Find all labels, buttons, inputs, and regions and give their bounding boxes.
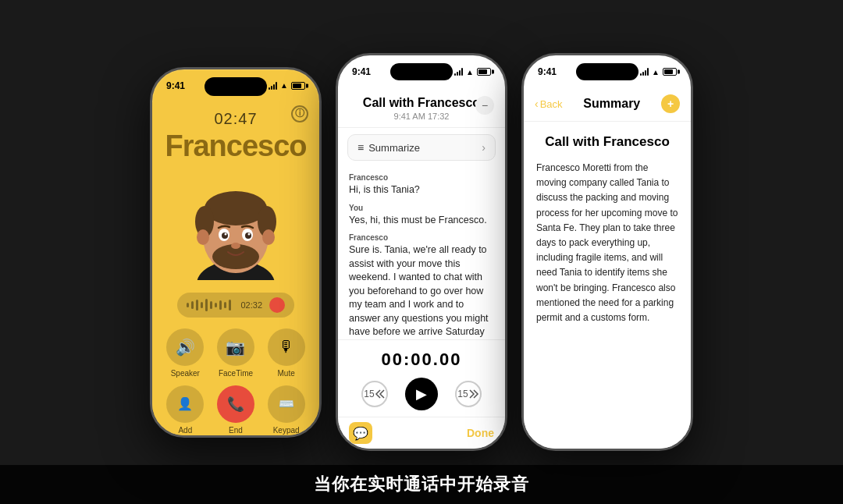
play-button[interactable]: ▶ xyxy=(405,378,438,410)
end-label: End xyxy=(229,426,243,435)
info-icon[interactable]: ⓘ xyxy=(291,105,308,122)
status-time-2: 9:41 xyxy=(352,66,371,77)
facetime-button[interactable]: 📷 FaceTime xyxy=(217,328,254,378)
add-icon: 👤 xyxy=(166,385,204,423)
skip-forward-label: 15 xyxy=(457,389,468,399)
skip-back-label: 15 xyxy=(364,389,374,399)
subtitle-text: 当你在实时通话中开始录音 xyxy=(314,474,529,494)
wifi-icon-2: ▲ xyxy=(466,68,474,76)
msg-text-2: Yes, hi, this must be Francesco. xyxy=(349,214,494,228)
back-label: Back xyxy=(540,98,563,110)
msg-text-3: Sure is. Tania, we're all ready to assis… xyxy=(349,243,494,339)
keypad-button[interactable]: ⌨️ Keypad xyxy=(268,385,305,435)
summarize-row[interactable]: ≡ Summarize › xyxy=(347,134,496,161)
audio-player: 00:00.00 15 ▶ 15 xyxy=(338,339,505,417)
summary-text: Francesco Moretti from the moving compan… xyxy=(536,161,678,325)
add-action-button[interactable]: + xyxy=(661,94,680,113)
end-call-button[interactable]: 📞 End xyxy=(217,385,254,435)
mute-label: Mute xyxy=(278,369,295,378)
player-controls: 15 ▶ 15 xyxy=(361,378,482,410)
transcript-header: Call with Francesco 9:41 AM 17:32 − xyxy=(338,88,505,128)
header-action-button[interactable]: − xyxy=(475,96,494,115)
svg-point-14 xyxy=(197,229,209,245)
summary-body: Call with Francesco Francesco Moretti fr… xyxy=(524,122,691,449)
wifi-icon-1: ▲ xyxy=(280,81,288,90)
svg-point-12 xyxy=(248,232,251,235)
dynamic-island-3 xyxy=(576,63,638,80)
dynamic-island-2 xyxy=(390,63,453,80)
phone3-content: ‹ Back Summary + Call with Francesco Fra… xyxy=(524,88,691,449)
audio-time-display: 00:00.00 xyxy=(382,350,462,370)
end-icon: 📞 xyxy=(217,385,254,423)
svg-point-11 xyxy=(225,232,227,235)
summarize-left: ≡ Summarize xyxy=(357,141,420,154)
svg-point-13 xyxy=(231,243,240,249)
summary-header: ‹ Back Summary + xyxy=(524,88,691,122)
audio-waveform: 02:32 xyxy=(177,293,294,318)
keypad-icon: ⌨️ xyxy=(268,385,305,423)
speaker-button[interactable]: 🔊 Speaker xyxy=(166,328,204,378)
message-bubble-icon[interactable]: 💬 xyxy=(349,422,372,444)
mute-button[interactable]: 🎙 Mute xyxy=(268,328,305,378)
msg-speaker-2: You xyxy=(349,204,494,212)
record-indicator xyxy=(269,297,285,313)
signal-bars-2 xyxy=(454,68,463,76)
skip-back-button[interactable]: 15 xyxy=(361,381,388,407)
msg-speaker-1: Francesco xyxy=(349,173,494,182)
facetime-label: FaceTime xyxy=(219,369,253,378)
summarize-chevron-icon: › xyxy=(482,141,486,154)
facetime-icon: 📷 xyxy=(217,328,254,366)
call-duration: 02:32 xyxy=(240,300,262,310)
svg-point-3 xyxy=(205,191,267,225)
speaker-label: Speaker xyxy=(171,369,200,378)
call-controls-row-1: 🔊 Speaker 📷 FaceTime 🎙 Mute xyxy=(152,328,319,378)
skip-forward-button[interactable]: 15 xyxy=(455,381,482,407)
memoji-avatar xyxy=(181,163,290,280)
dynamic-island-1 xyxy=(205,77,267,96)
add-label: Add xyxy=(178,426,192,435)
phone2-bottom-bar: 💬 Done xyxy=(338,417,505,449)
speaker-icon: 🔊 xyxy=(166,328,204,366)
phone-3: 9:41 ▲ ‹ Back Summary + xyxy=(521,53,693,451)
phones-container: 9:41 ▲ ⓘ 02:47 Francesco xyxy=(0,0,843,504)
back-chevron-icon: ‹ xyxy=(535,98,539,110)
phone-2: 9:41 ▲ Call with Francesco 9:41 AM 17:32… xyxy=(336,53,507,451)
summary-call-title: Call with Francesco xyxy=(536,134,678,150)
msg-text-1: Hi, is this Tania? xyxy=(349,183,494,197)
subtitle-bar: 当你在实时通话中开始录音 xyxy=(0,465,843,504)
back-button[interactable]: ‹ Back xyxy=(535,98,563,110)
caller-name: Francesco xyxy=(165,130,306,163)
status-icons-3: ▲ xyxy=(640,68,677,76)
call-controls-row-2: 👤 Add 📞 End ⌨️ Keypad xyxy=(152,385,319,435)
signal-bars-3 xyxy=(640,68,649,76)
play-icon: ▶ xyxy=(416,385,427,403)
transcript-title: Call with Francesco xyxy=(350,96,493,110)
msg-speaker-3: Francesco xyxy=(349,233,494,242)
keypad-label: Keypad xyxy=(273,426,300,435)
done-button[interactable]: Done xyxy=(467,427,494,439)
wifi-icon-3: ▲ xyxy=(652,68,660,76)
phone2-content: Call with Francesco 9:41 AM 17:32 − ≡ Su… xyxy=(338,88,505,449)
transcript-meta: 9:41 AM 17:32 xyxy=(350,112,493,121)
phone1-content: ⓘ 02:47 Francesco xyxy=(152,102,319,435)
add-button[interactable]: 👤 Add xyxy=(166,385,204,435)
battery-icon-2 xyxy=(477,68,491,76)
status-time-1: 9:41 xyxy=(166,80,185,91)
status-icons-1: ▲ xyxy=(269,81,305,90)
status-time-3: 9:41 xyxy=(538,66,557,77)
battery-icon-3 xyxy=(663,68,677,76)
summarize-icon: ≡ xyxy=(357,141,364,154)
status-icons-2: ▲ xyxy=(454,68,491,76)
summarize-label: Summarize xyxy=(368,142,420,154)
svg-point-15 xyxy=(262,229,275,245)
battery-icon-1 xyxy=(291,82,305,90)
summary-header-title: Summary xyxy=(583,97,640,111)
transcript-messages: Francesco Hi, is this Tania? You Yes, hi… xyxy=(338,167,505,339)
signal-bars-1 xyxy=(269,82,277,90)
call-timer: 02:47 xyxy=(214,110,257,128)
phone-1: 9:41 ▲ ⓘ 02:47 Francesco xyxy=(150,67,322,438)
mute-icon: 🎙 xyxy=(268,328,305,366)
